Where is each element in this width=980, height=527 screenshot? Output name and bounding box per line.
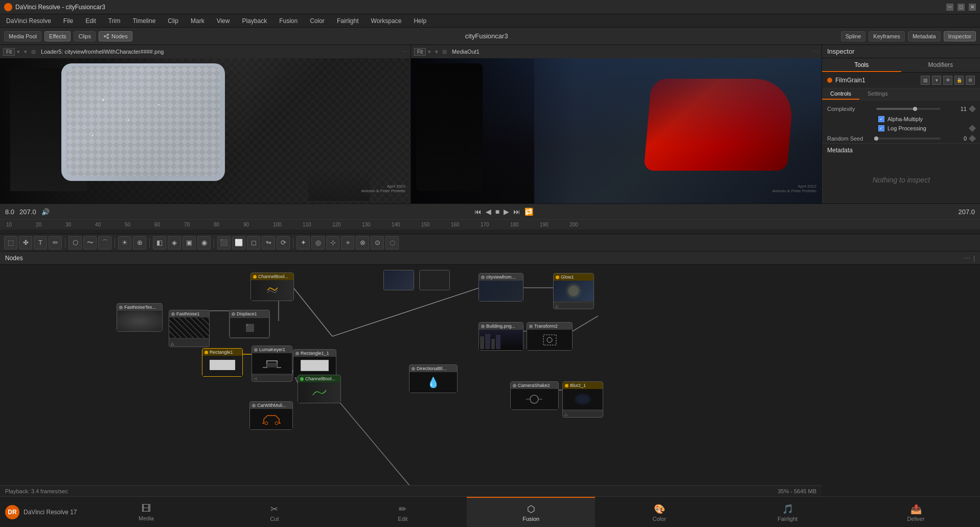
- move-tool[interactable]: ✤: [19, 236, 32, 249]
- nodes-canvas[interactable]: FastNoiseTex... FastNoise1: [0, 265, 980, 514]
- tab-controls[interactable]: Controls: [822, 88, 859, 100]
- camera-tool[interactable]: ⟳: [277, 236, 290, 249]
- stamp-tool[interactable]: ◉: [197, 236, 211, 249]
- blur-tool-icon[interactable]: ◌: [385, 236, 399, 249]
- random-seed-keyframe[interactable]: [969, 135, 976, 142]
- particle-tool[interactable]: ✦: [297, 236, 310, 249]
- node-displace1[interactable]: Displace1 ⬛: [229, 310, 270, 338]
- node-icon-settings[interactable]: ⚙: [966, 76, 975, 85]
- node-directionalblur[interactable]: DirectionalBl... 💧: [409, 364, 458, 393]
- nodes-split-icon[interactable]: |: [973, 255, 975, 262]
- node-icon-eye[interactable]: 👁: [943, 76, 952, 85]
- path-tool[interactable]: ↬: [262, 236, 275, 249]
- align-tool[interactable]: ⌖: [341, 236, 354, 249]
- clips-button[interactable]: Clips: [74, 31, 95, 41]
- log-processing-keyframe[interactable]: [969, 125, 976, 132]
- nodes-menu-icon[interactable]: ⋯: [964, 255, 970, 262]
- bottom-tab-edit[interactable]: ✏Edit: [338, 497, 467, 527]
- roto-tool[interactable]: ⊗: [356, 236, 369, 249]
- metadata-button[interactable]: Metadata: [908, 31, 941, 41]
- menu-item-timeline[interactable]: Timeline: [130, 16, 157, 26]
- select-tool[interactable]: ⬚: [4, 236, 17, 249]
- log-processing-checkbox[interactable]: ✓: [878, 125, 884, 131]
- node-icon-1[interactable]: ▤: [921, 76, 930, 85]
- stop-button[interactable]: ■: [495, 208, 499, 216]
- bspline-tool[interactable]: 〜: [83, 236, 97, 249]
- node-channelbool1[interactable]: ChannelBool...: [250, 272, 294, 301]
- node-camerashake2[interactable]: CameraShake2: [510, 381, 559, 410]
- step-back-button[interactable]: ◀: [486, 208, 491, 216]
- effects-button[interactable]: Effects: [44, 31, 71, 41]
- paint-tool[interactable]: ✏: [49, 236, 62, 249]
- go-to-start-button[interactable]: ⏮: [474, 208, 482, 216]
- tab-tools[interactable]: Tools: [822, 58, 901, 72]
- node-transform2[interactable]: Transform2: [527, 322, 573, 351]
- node-rectangle1-1[interactable]: Rectangle1_1: [293, 349, 336, 378]
- node-carwithmuli[interactable]: CarWithMuli...: [249, 401, 293, 430]
- warp-tool[interactable]: ☀: [118, 236, 131, 249]
- go-to-end-button[interactable]: ⏭: [513, 208, 520, 216]
- menu-item-edit[interactable]: Edit: [83, 16, 98, 26]
- node-icon-2[interactable]: ▾: [932, 76, 941, 85]
- mask-tool[interactable]: ◧: [153, 236, 166, 249]
- menu-item-trim[interactable]: Trim: [106, 16, 123, 26]
- complexity-slider[interactable]: [876, 108, 941, 110]
- transform-tool[interactable]: ⬛: [217, 236, 231, 249]
- tab-modifiers[interactable]: Modifiers: [901, 58, 981, 72]
- crop-tool[interactable]: ⬜: [232, 236, 245, 249]
- menu-item-fairlight[interactable]: Fairlight: [335, 16, 361, 26]
- node-fastnoise1[interactable]: FastNoise1 △: [169, 310, 210, 347]
- viewer-left-canvas[interactable]: April 2022Antonio & Peter Profetto: [0, 58, 411, 203]
- node-glow1[interactable]: Glow1 △: [553, 273, 594, 309]
- bottom-tab-deliver[interactable]: 📤Deliver: [852, 497, 980, 527]
- corner-pin-tool[interactable]: ◻: [247, 236, 260, 249]
- media-pool-button[interactable]: Media Pool: [4, 31, 41, 41]
- node-icon-lock[interactable]: 🔒: [954, 76, 964, 85]
- menu-item-mark[interactable]: Mark: [189, 16, 207, 26]
- bottom-tab-color[interactable]: 🎨Color: [595, 497, 723, 527]
- menu-item-help[interactable]: Help: [412, 16, 428, 26]
- complexity-keyframe[interactable]: [969, 105, 976, 112]
- node-building[interactable]: Building.png...: [478, 322, 523, 351]
- bottom-tab-cut[interactable]: ✂Cut: [210, 497, 338, 527]
- tab-settings[interactable]: Settings: [859, 88, 896, 100]
- bottom-tab-fusion[interactable]: ⬡Fusion: [467, 497, 595, 527]
- bottom-tab-media[interactable]: 🎞Media: [82, 497, 211, 527]
- menu-item-view[interactable]: View: [215, 16, 232, 26]
- eye-tool[interactable]: ◎: [311, 236, 325, 249]
- node-lumaker1[interactable]: LumaKeyer1 ◁: [252, 346, 292, 382]
- close-button[interactable]: ✕: [969, 4, 976, 11]
- spline-button[interactable]: Spline: [841, 31, 866, 41]
- composite-tool[interactable]: ⊙: [371, 236, 384, 249]
- maximize-button[interactable]: □: [958, 4, 965, 11]
- node-fastnoisetex[interactable]: FastNoiseTex...: [117, 303, 163, 332]
- node-blur2-1[interactable]: Blur2_1 △: [562, 381, 603, 418]
- node-cityviewfrom[interactable]: cityviewfrom...: [478, 273, 523, 302]
- fill-tool[interactable]: ▣: [183, 236, 196, 249]
- polygon-tool[interactable]: ⬡: [69, 236, 82, 249]
- clone-tool[interactable]: ⊕: [133, 236, 146, 249]
- node-rectangle1[interactable]: Rectangle1: [202, 348, 243, 377]
- menu-item-workspace[interactable]: Workspace: [369, 16, 404, 26]
- keyframes-button[interactable]: Keyframes: [869, 31, 905, 41]
- bottom-tab-fairlight[interactable]: 🎵Fairlight: [723, 497, 852, 527]
- menu-item-color[interactable]: Color: [308, 16, 327, 26]
- speaker-icon[interactable]: 🔊: [41, 208, 50, 216]
- play-button[interactable]: ▶: [504, 208, 509, 216]
- nodes-button[interactable]: Nodes: [99, 31, 132, 41]
- alpha-multiply-checkbox[interactable]: ✓: [878, 116, 884, 122]
- minimize-button[interactable]: ─: [946, 4, 953, 11]
- inspector-button[interactable]: Inspector: [944, 31, 976, 41]
- loop-button[interactable]: 🔁: [525, 208, 533, 216]
- tracker-tool[interactable]: ⊹: [326, 236, 339, 249]
- menu-item-davinci-resolve[interactable]: DaVinci Resolve: [4, 16, 53, 26]
- node-channelbool2[interactable]: ChannelBool...: [298, 375, 341, 403]
- bezier-tool[interactable]: ⌒: [98, 236, 111, 249]
- eraser-tool[interactable]: ◈: [168, 236, 181, 249]
- random-seed-slider[interactable]: [876, 138, 941, 140]
- menu-item-file[interactable]: File: [61, 16, 75, 26]
- menu-item-clip[interactable]: Clip: [166, 16, 180, 26]
- menu-item-playback[interactable]: Playback: [240, 16, 269, 26]
- menu-item-fusion[interactable]: Fusion: [277, 16, 300, 26]
- text-tool[interactable]: T: [34, 236, 47, 249]
